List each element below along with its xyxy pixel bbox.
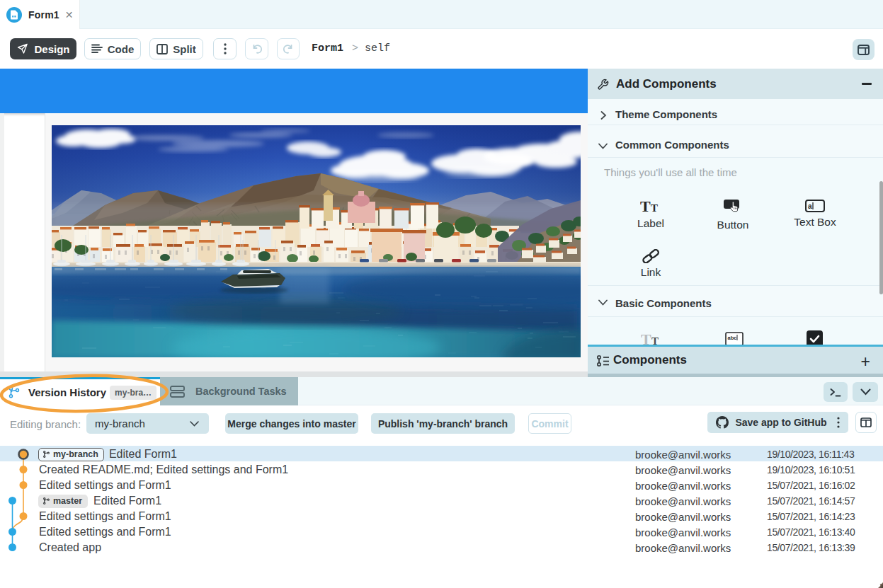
svg-text:a: a	[808, 202, 812, 210]
svg-text:abc: abc	[728, 335, 737, 341]
svg-text:T: T	[651, 335, 659, 345]
svg-text:T: T	[651, 202, 658, 214]
svg-text:T: T	[641, 332, 651, 345]
svg-text:T: T	[640, 199, 651, 214]
